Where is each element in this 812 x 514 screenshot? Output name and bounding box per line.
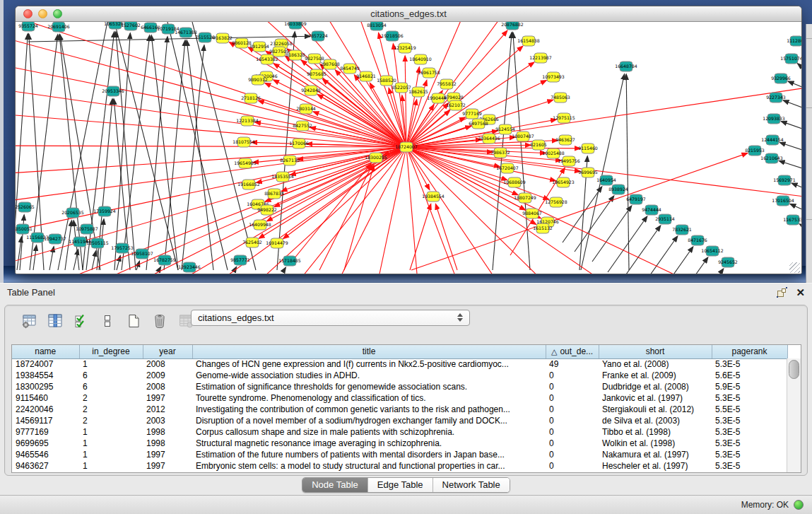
cell[interactable]: Corpus callosum shape and size in male p… xyxy=(192,426,546,438)
cell[interactable]: 0 xyxy=(546,381,599,392)
cell[interactable]: 2003 xyxy=(143,415,192,426)
cell[interactable]: 1997 xyxy=(143,449,192,460)
rows-icon[interactable] xyxy=(99,313,116,329)
column-header-in_degree[interactable]: in_degree xyxy=(79,345,143,358)
graph-node[interactable]: 1615132 xyxy=(533,223,553,233)
table-row[interactable]: 946362711997Embryonic stem cells: a mode… xyxy=(12,460,787,472)
graph-node[interactable]: 9124554 xyxy=(495,124,515,134)
graph-node[interactable]: 8860128 xyxy=(232,38,252,48)
graph-node[interactable]: 7163822 xyxy=(213,33,233,43)
graph-node[interactable]: 9875685 xyxy=(307,69,326,79)
table-selector-dropdown[interactable]: citations_edges.txt xyxy=(191,310,470,326)
graph-node[interactable]: 12213384 xyxy=(236,116,259,126)
close-panel-icon[interactable]: ✕ xyxy=(796,287,805,298)
graph-node[interactable]: 9227343 xyxy=(766,93,786,103)
cell[interactable]: 22420046 xyxy=(12,404,79,415)
graph-node[interactable]: 7955812 xyxy=(437,79,457,89)
graph-node[interactable]: 821605 xyxy=(530,140,547,150)
cell[interactable]: 1997 xyxy=(143,392,192,404)
column-header-name[interactable]: name xyxy=(12,345,79,358)
cell[interactable]: 0 xyxy=(546,392,599,404)
graph-node[interactable]: 7625402 xyxy=(242,238,262,247)
cell[interactable]: Disruption of a novel member of a sodium… xyxy=(192,415,546,426)
graph-node[interactable]: 16543382 xyxy=(256,54,278,64)
cell[interactable]: de Silva et al. (2003) xyxy=(599,415,712,426)
graph-node[interactable]: 8867835 xyxy=(264,189,284,199)
graph-node[interactable]: 14353554 xyxy=(271,172,294,182)
column-checklist-icon[interactable] xyxy=(73,313,90,329)
graph-node[interactable]: 1640954 xyxy=(596,175,616,185)
cell[interactable]: 0 xyxy=(546,426,599,438)
cell[interactable]: 0 xyxy=(546,460,599,472)
graph-node[interactable]: 1167533 xyxy=(783,215,802,225)
cell[interactable]: 5.3E-5 xyxy=(712,438,787,449)
graph-node[interactable]: 8813054 xyxy=(367,22,387,30)
graph-node[interactable]: 12444154 xyxy=(761,135,784,145)
cell[interactable]: 1 xyxy=(79,460,143,472)
graph-node[interactable]: 20691406 xyxy=(47,22,70,32)
graph-node[interactable]: 1527602 xyxy=(121,22,141,30)
cell[interactable]: 2008 xyxy=(143,381,192,392)
graph-node[interactable]: 6479197 xyxy=(626,194,646,204)
graph-node[interactable]: 16409948 xyxy=(249,220,271,230)
table-row[interactable]: 1872400712008Changes of HCN gene express… xyxy=(12,358,787,370)
cell[interactable]: 5.3E-5 xyxy=(712,392,787,404)
graph-node[interactable]: 12942737 xyxy=(44,234,66,244)
graph-node[interactable]: 20364436 xyxy=(478,134,500,144)
cell[interactable]: 5.3E-5 xyxy=(712,449,787,460)
window-titlebar[interactable]: citations_edges.txt xyxy=(16,6,801,22)
table-row[interactable]: 977716911998Corpus callosum shape and si… xyxy=(12,426,787,438)
cell[interactable]: Structural magnetic resonance image aver… xyxy=(192,438,546,449)
cell[interactable]: 14569117 xyxy=(12,415,79,426)
graph-node[interactable]: 7515526 xyxy=(195,33,215,42)
tab-node-table[interactable]: Node Table xyxy=(302,478,368,492)
graph-node[interactable]: 2987608 xyxy=(320,59,340,69)
cell[interactable]: 1998 xyxy=(143,438,192,449)
graph-node[interactable]: 18640910 xyxy=(409,54,432,64)
cell[interactable]: 18300295 xyxy=(12,381,79,392)
table-row[interactable]: 1456911722003Disruption of a novel membe… xyxy=(12,415,787,426)
graph-node[interactable]: 2718126 xyxy=(241,93,261,103)
graph-node[interactable]: 7832621 xyxy=(672,225,692,235)
cell[interactable]: Hescheler et al. (1997) xyxy=(599,460,712,472)
cell[interactable]: 6 xyxy=(79,370,143,381)
cell[interactable]: 5.3E-5 xyxy=(712,426,787,438)
graph-node[interactable]: 10688609 xyxy=(503,177,526,187)
cell[interactable]: 1 xyxy=(79,358,143,370)
table-settings-icon[interactable] xyxy=(20,313,37,329)
cell[interactable]: Investigating the contribution of common… xyxy=(192,404,546,415)
graph-node[interactable]: 16914479 xyxy=(266,238,288,248)
cell[interactable]: Embryonic stem cells: a model to study s… xyxy=(192,460,546,472)
memory-indicator-icon[interactable] xyxy=(794,500,804,510)
cell[interactable]: Genome-wide association studies in ADHD. xyxy=(192,370,546,381)
delete-table-icon[interactable] xyxy=(151,313,168,329)
cell[interactable]: 49 xyxy=(546,358,599,370)
graph-node[interactable]: 12213987 xyxy=(529,53,552,63)
cell[interactable]: Nakamura et al. (1997) xyxy=(599,449,712,460)
graph-node[interactable]: 9329966 xyxy=(771,74,791,83)
graph-node[interactable]: 1112804 xyxy=(787,36,802,46)
graph-node[interactable]: 8850051 xyxy=(16,224,33,234)
graph-node[interactable]: 20876882 xyxy=(501,22,524,30)
minimize-window-button[interactable] xyxy=(38,9,47,18)
column-header-year[interactable]: year xyxy=(143,345,192,358)
cell[interactable]: 0 xyxy=(546,370,599,381)
graph-node[interactable]: 8215953 xyxy=(745,146,765,156)
graph-node[interactable]: 9474444 xyxy=(642,205,661,215)
graph-node[interactable]: 12756928 xyxy=(545,197,567,207)
cell[interactable]: 2012 xyxy=(143,404,192,415)
graph-node[interactable]: 16033809 xyxy=(284,22,307,29)
window-resize-grip[interactable] xyxy=(789,262,800,273)
cell[interactable]: 0 xyxy=(546,449,599,460)
graph-node[interactable]: 16648784 xyxy=(615,62,637,71)
cell[interactable]: 1 xyxy=(79,438,143,449)
column-header-short[interactable]: short xyxy=(599,345,712,358)
cell[interactable]: 9115460 xyxy=(12,392,79,404)
graph-node[interactable]: 9115460 xyxy=(578,144,598,153)
graph-node[interactable]: 17957253 xyxy=(111,243,134,253)
graph-node[interactable]: 9463627 xyxy=(555,135,575,145)
cell[interactable]: 2 xyxy=(79,404,143,415)
graph-node[interactable]: 9245652 xyxy=(718,257,738,267)
close-window-button[interactable] xyxy=(23,9,33,18)
graph-node[interactable]: 2526065 xyxy=(16,202,35,212)
